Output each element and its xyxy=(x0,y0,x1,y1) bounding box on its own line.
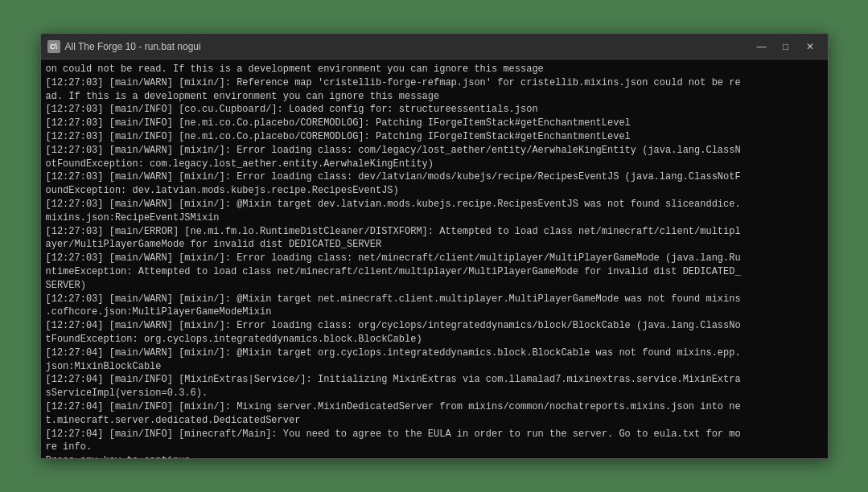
window-title: All The Forge 10 - run.bat nogui xyxy=(65,41,751,52)
terminal-window: C\ All The Forge 10 - run.bat nogui — □ … xyxy=(40,33,829,459)
maximize-button[interactable]: □ xyxy=(775,39,797,55)
window-icon: C\ xyxy=(47,40,60,53)
close-button[interactable]: ✕ xyxy=(799,39,821,55)
title-bar: C\ All The Forge 10 - run.bat nogui — □ … xyxy=(41,34,828,59)
minimize-button[interactable]: — xyxy=(751,39,773,55)
window-controls: — □ ✕ xyxy=(751,39,821,55)
terminal-output[interactable]: on could not be read. If this is a devel… xyxy=(41,59,828,458)
